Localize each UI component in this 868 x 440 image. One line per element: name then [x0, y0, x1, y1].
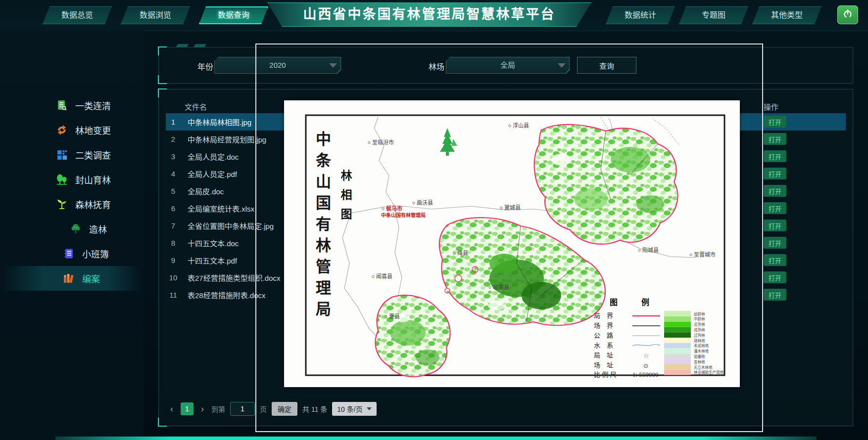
column-header-action: 操作	[764, 101, 778, 112]
query-button[interactable]: 查询	[577, 57, 636, 74]
chevron-down-icon	[558, 63, 566, 68]
map-place-label: 浮山县	[513, 123, 529, 129]
nav-tab-data-query[interactable]: 数据查询	[199, 6, 268, 24]
goto-page-input[interactable]	[230, 402, 255, 416]
legend-star-symbol: ☆	[643, 352, 649, 359]
legend-class-label: 中龄林	[694, 316, 705, 321]
farm-select-value: 全局	[500, 61, 515, 69]
sidebar-item-forest-tending[interactable]: 森林抚育	[0, 192, 144, 217]
total-count-label: 共 11 条	[302, 404, 327, 414]
legend-class-label: 疏林地	[694, 338, 705, 343]
nav-tab-thematic-map[interactable]: 专题图	[679, 6, 748, 24]
place-marker	[638, 249, 640, 251]
nav-tab-other-types[interactable]: 其他类型	[752, 6, 821, 24]
row-number: 1	[166, 118, 181, 126]
prev-page-button[interactable]: ‹	[168, 404, 176, 414]
file-name: 十四五文本.pdf	[188, 255, 237, 265]
sidebar-item-label: 林地变更	[75, 124, 111, 136]
top-nav-bar: 数据总览数据浏览数据查询 山西省中条国有林管理局智慧林草平台 数据统计专题图其他…	[0, 0, 868, 31]
place-marker	[690, 254, 692, 256]
farm-select[interactable]: 全局	[446, 57, 570, 74]
map-preview-overlay[interactable]: ☆ 至临	[284, 100, 740, 387]
sync-icon	[55, 124, 68, 136]
year-select[interactable]: 2020	[214, 57, 341, 74]
map-place-label: 至晋城市	[694, 251, 716, 258]
map-place-label: 闻喜县	[376, 273, 392, 279]
open-button[interactable]: 打开	[764, 133, 786, 145]
legend-item-label: 场 界	[594, 322, 613, 329]
map-place-label: 垣曲县	[493, 284, 509, 290]
power-button[interactable]	[837, 5, 858, 24]
sidebar-item-forest-land-change[interactable]: 林地变更	[0, 118, 144, 142]
page-size-value: 10 条/页	[337, 404, 362, 414]
open-button[interactable]: 打开	[764, 116, 786, 128]
nav-tab-data-statistics[interactable]: 数据统计	[606, 6, 675, 24]
sidebar-item-label: 封山育林	[75, 173, 111, 186]
map-place-label: 阳城县	[642, 247, 659, 253]
tree-icon	[69, 222, 82, 235]
open-button[interactable]: 打开	[764, 289, 786, 301]
legend-site-symbol: ⊙	[643, 362, 648, 369]
page-size-select[interactable]: 10 条/页	[332, 402, 376, 416]
filter-panel: 年份 2020 林场 全局 查询	[158, 47, 853, 84]
legend-item-label: 公 路	[594, 332, 613, 339]
notebook-icon	[62, 247, 75, 260]
legend-class-label: 宜林地	[694, 359, 705, 364]
legend-item-label: 局 界	[594, 312, 613, 319]
row-number: 6	[166, 204, 181, 213]
legend-class-swatch	[664, 359, 691, 364]
file-name: 全局编室统计表.xlsx	[188, 203, 254, 214]
legend-class-label: 苗圃地	[694, 354, 705, 359]
map-place-label: 曲沃县	[417, 200, 433, 206]
sidebar-item-subcompartment-book[interactable]: 小班簿	[0, 241, 144, 266]
map-place-label: 绛县	[457, 250, 468, 256]
forest-region-southwest	[375, 295, 450, 377]
sidebar-item-archives[interactable]: 编案	[0, 266, 144, 291]
open-button[interactable]: 打开	[764, 185, 786, 197]
map-title-vertical: 林相图	[337, 170, 353, 227]
open-button[interactable]: 打开	[764, 254, 786, 266]
nav-tabs-left: 数据总览数据浏览数据查询	[43, 6, 268, 24]
map-place-label: 侯马市	[386, 205, 402, 212]
chevron-down-icon	[367, 407, 372, 410]
map-place-label: 至临汾市	[372, 139, 394, 145]
confirm-button[interactable]: 确定	[272, 402, 297, 416]
page-number-button[interactable]: 1	[181, 402, 193, 415]
open-button[interactable]: 打开	[764, 271, 786, 283]
chevron-down-icon	[329, 63, 337, 68]
place-marker	[500, 207, 502, 209]
panel-deco-tab	[176, 44, 189, 47]
sidebar-item-afforestation[interactable]: 造林	[0, 217, 144, 241]
panel-deco-tab	[193, 44, 206, 47]
legend-class-swatch	[664, 338, 691, 343]
sidebar-item-first-class-inventory[interactable]: 一类连清	[0, 93, 144, 118]
legend-item-label: 局 址	[594, 352, 613, 359]
forest-region-northeast	[534, 125, 678, 244]
nav-tab-data-overview[interactable]: 数据总览	[43, 6, 112, 24]
grid-icon	[55, 148, 68, 161]
legend-class-swatch	[664, 349, 691, 354]
open-button[interactable]: 打开	[764, 220, 786, 231]
map-org-vertical-title: 中条山国有林管理局	[311, 131, 333, 322]
file-name: 十四五文本.doc	[188, 238, 239, 248]
sidebar-item-hill-closure-afforestation[interactable]: 封山育林	[0, 167, 144, 192]
app-title: 山西省中条国有林管理局智慧林草平台	[303, 7, 556, 22]
open-button[interactable]: 打开	[764, 237, 786, 249]
legend-class-swatch	[664, 353, 691, 359]
open-button[interactable]: 打开	[764, 150, 786, 162]
next-page-button[interactable]: ›	[198, 404, 206, 414]
open-button[interactable]: 打开	[764, 168, 786, 179]
file-name: 表28经营措施附表.docx	[188, 290, 266, 300]
legend-class-label: 幼龄林	[694, 311, 705, 316]
row-number: 9	[166, 256, 181, 264]
sidebar-item-label: 一类连清	[75, 99, 111, 112]
forest-map-svg: ☆ 至临	[284, 100, 740, 387]
open-button[interactable]: 打开	[764, 202, 786, 214]
page-unit-label: 页	[260, 404, 267, 414]
trees-icon	[55, 173, 68, 186]
file-name: 中条林局林相图.jpg	[188, 117, 251, 127]
place-marker	[382, 208, 384, 210]
books-icon	[62, 272, 75, 285]
nav-tab-data-browse[interactable]: 数据浏览	[121, 6, 190, 24]
sidebar-item-second-class-survey[interactable]: 二类调查	[0, 142, 144, 167]
